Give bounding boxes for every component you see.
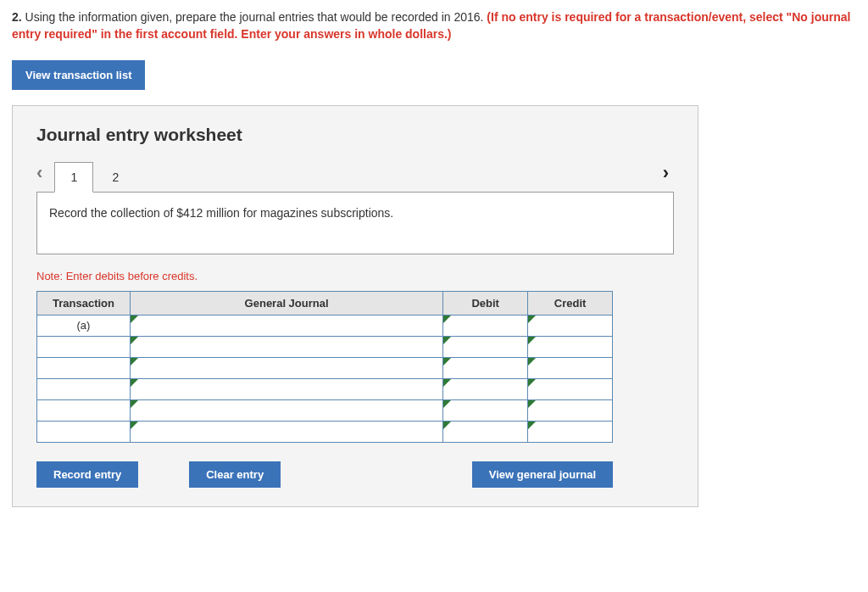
debit-input[interactable] [443, 316, 527, 336]
credit-input[interactable] [528, 379, 612, 399]
credit-input[interactable] [528, 422, 612, 442]
cell-general-journal[interactable] [130, 315, 442, 336]
col-debit: Debit [443, 291, 528, 315]
dropdown-indicator-icon [443, 358, 451, 366]
dropdown-indicator-icon [443, 400, 451, 408]
cell-general-journal[interactable] [130, 357, 442, 378]
table-row [37, 357, 613, 378]
transaction-description: Record the collection of $412 million fo… [36, 192, 674, 254]
debit-input[interactable] [443, 379, 527, 399]
cell-credit[interactable] [528, 315, 613, 336]
dropdown-indicator-icon [528, 400, 536, 408]
question-text: 2. Using the information given, prepare … [12, 8, 856, 43]
table-row: (a) [37, 315, 613, 336]
view-general-journal-button[interactable]: View general journal [472, 461, 613, 488]
cell-debit[interactable] [443, 378, 528, 399]
dropdown-indicator-icon [131, 337, 138, 344]
cell-transaction [37, 421, 131, 442]
table-row [37, 421, 613, 442]
cell-transaction: (a) [37, 315, 131, 336]
table-row [37, 378, 613, 399]
question-body: Using the information given, prepare the… [25, 10, 484, 24]
credit-input[interactable] [528, 337, 612, 357]
credit-input[interactable] [528, 400, 612, 421]
chevron-left-icon[interactable]: ‹ [36, 159, 49, 193]
chevron-right-icon[interactable]: › [656, 159, 674, 193]
dropdown-indicator-icon [528, 337, 536, 344]
cell-credit[interactable] [528, 336, 613, 357]
general-journal-input[interactable] [131, 316, 442, 336]
dropdown-indicator-icon [443, 337, 451, 344]
debit-input[interactable] [443, 422, 527, 442]
cell-general-journal[interactable] [130, 336, 442, 357]
tab-2[interactable]: 2 [98, 162, 132, 193]
view-transaction-list-button[interactable]: View transaction list [12, 60, 145, 90]
dropdown-indicator-icon [131, 400, 138, 408]
cell-credit[interactable] [528, 421, 613, 442]
cell-transaction [37, 336, 131, 357]
question-number: 2. [12, 10, 22, 24]
dropdown-indicator-icon [443, 316, 451, 323]
tab-1-label: 1 [70, 170, 77, 184]
dropdown-indicator-icon [131, 379, 138, 387]
general-journal-input[interactable] [131, 379, 442, 399]
tab-1[interactable]: 1 [54, 162, 93, 193]
dropdown-indicator-icon [528, 379, 536, 387]
cell-transaction [37, 378, 131, 399]
credit-input[interactable] [528, 316, 612, 336]
col-transaction: Transaction [37, 291, 131, 315]
table-row [37, 399, 613, 421]
cell-general-journal[interactable] [130, 421, 442, 442]
pager: ‹ 1 2 › [36, 159, 674, 193]
action-row: Record entry Clear entry View general jo… [36, 461, 613, 488]
debit-input[interactable] [443, 358, 527, 378]
worksheet-panel: Journal entry worksheet ‹ 1 2 › Record t… [12, 105, 698, 507]
general-journal-input[interactable] [131, 422, 442, 442]
clear-entry-button[interactable]: Clear entry [189, 461, 281, 488]
cell-debit[interactable] [443, 336, 528, 357]
dropdown-indicator-icon [443, 422, 451, 429]
cell-debit[interactable] [443, 421, 528, 442]
general-journal-input[interactable] [131, 358, 442, 378]
cell-credit[interactable] [528, 357, 613, 378]
note-text: Note: Enter debits before credits. [36, 270, 674, 282]
col-credit: Credit [528, 291, 613, 315]
cell-debit[interactable] [443, 399, 528, 421]
general-journal-input[interactable] [131, 337, 442, 357]
transaction-description-text: Record the collection of $412 million fo… [49, 206, 393, 220]
worksheet-title: Journal entry worksheet [36, 125, 674, 145]
journal-table: Transaction General Journal Debit Credit… [36, 291, 613, 443]
cell-credit[interactable] [528, 378, 613, 399]
cell-debit[interactable] [443, 357, 528, 378]
col-general-journal: General Journal [130, 291, 442, 315]
dropdown-indicator-icon [443, 379, 451, 387]
dropdown-indicator-icon [528, 422, 536, 429]
dropdown-indicator-icon [131, 358, 138, 366]
record-entry-button[interactable]: Record entry [36, 461, 138, 488]
cell-general-journal[interactable] [130, 399, 442, 421]
cell-transaction [37, 399, 131, 421]
cell-debit[interactable] [443, 315, 528, 336]
debit-input[interactable] [443, 337, 527, 357]
dropdown-indicator-icon [131, 422, 138, 429]
dropdown-indicator-icon [528, 316, 536, 323]
credit-input[interactable] [528, 358, 612, 378]
cell-general-journal[interactable] [130, 378, 442, 399]
cell-transaction [37, 357, 131, 378]
cell-credit[interactable] [528, 399, 613, 421]
dropdown-indicator-icon [528, 358, 536, 366]
general-journal-input[interactable] [131, 400, 442, 421]
dropdown-indicator-icon [131, 316, 138, 323]
debit-input[interactable] [443, 400, 527, 421]
table-row [37, 336, 613, 357]
tab-2-label: 2 [112, 170, 119, 184]
